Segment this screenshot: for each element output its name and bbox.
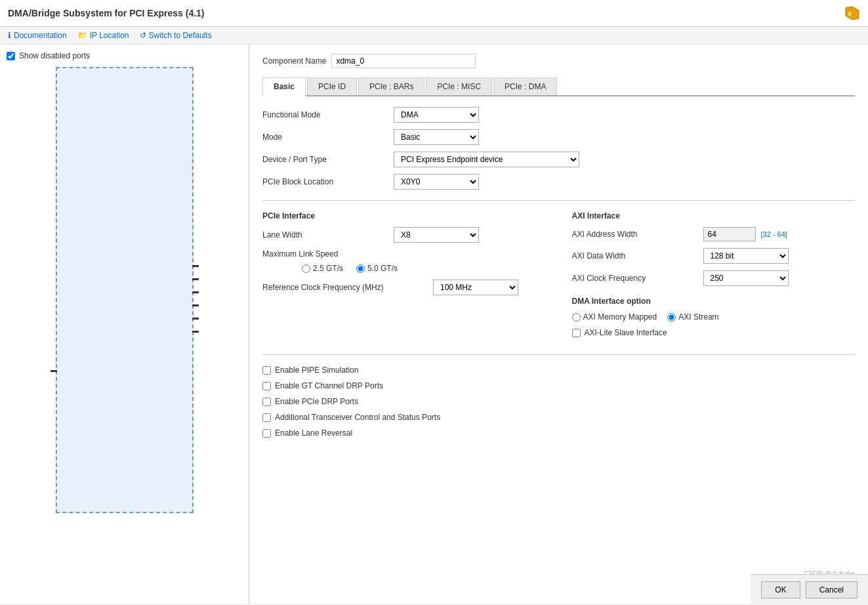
sim-ports-section: Enable PIPE Simulation Enable GT Channel… [262, 365, 855, 438]
axi-stream-radio[interactable] [667, 313, 676, 322]
additional-transceiver-row: Additional Transceiver Control and Statu… [262, 413, 855, 422]
divider-1 [262, 200, 855, 201]
enable-pipe-sim-checkbox[interactable] [262, 366, 271, 375]
axi-data-width-row: AXI Data Width 64 bit 128 bit 256 bit [572, 248, 856, 264]
pcie-block-location-label: PCIe Block Location [262, 177, 394, 186]
speed-25-option[interactable]: 2.5 GT/s [302, 264, 343, 273]
divider-2 [262, 354, 855, 355]
speed-50-label: 5.0 GT/s [367, 264, 398, 273]
enable-pcie-drp-checkbox[interactable] [262, 398, 271, 406]
additional-transceiver-checkbox[interactable] [262, 413, 271, 422]
switch-defaults-link[interactable]: ↺ Switch to Defaults [140, 31, 212, 40]
toolbar: ℹ Documentation 📁 IP Location ↺ Switch t… [0, 27, 868, 45]
tab-basic[interactable]: Basic [262, 77, 306, 96]
svg-text:X: X [848, 10, 852, 17]
tab-pcie-id[interactable]: PCIe ID [307, 77, 357, 95]
switch-defaults-label: Switch to Defaults [149, 31, 212, 40]
enable-lane-reversal-checkbox[interactable] [262, 429, 271, 438]
pcie-block-location-select[interactable]: X0Y0 X0Y1 X0Y2 [394, 174, 479, 190]
functional-mode-select[interactable]: DMA AXI Bridge [394, 107, 479, 123]
axi-mem-mapped-radio[interactable] [572, 313, 581, 322]
title-bar: DMA/Bridge Subsystem for PCI Express (4.… [0, 0, 868, 27]
documentation-link[interactable]: ℹ Documentation [8, 31, 67, 40]
enable-gt-channel-label: Enable GT Channel DRP Ports [275, 381, 383, 390]
axi-lite-row: AXI-Lite Slave Interface [572, 328, 856, 337]
axi-data-width-select[interactable]: 64 bit 128 bit 256 bit [703, 248, 789, 264]
enable-pipe-sim-row: Enable PIPE Simulation [262, 365, 855, 375]
axi-stream-option[interactable]: AXI Stream [667, 312, 718, 322]
port-indicator-1 [192, 265, 199, 267]
right-panel: Component Name Basic PCIe ID PCIe : BARs… [249, 45, 868, 604]
port-indicator-3 [192, 291, 199, 293]
functional-mode-row: Functional Mode DMA AXI Bridge [262, 107, 855, 123]
tab-pcie-misc[interactable]: PCIe : MISC [426, 77, 492, 95]
ip-location-label: IP Location [90, 31, 129, 40]
enable-gt-channel-checkbox[interactable] [262, 382, 271, 390]
lane-width-label: Lane Width [262, 230, 394, 240]
mode-row: Mode Basic Advanced [262, 129, 855, 145]
max-link-speed-label: Maximum Link Speed [262, 249, 394, 259]
basic-form-section: Functional Mode DMA AXI Bridge Mode Basi… [262, 107, 855, 190]
doc-icon: ℹ [8, 31, 11, 40]
documentation-label: Documentation [14, 31, 67, 40]
location-icon: 📁 [77, 31, 87, 40]
enable-pcie-drp-row: Enable PCIe DRP Ports [262, 397, 855, 406]
axi-address-width-input[interactable] [703, 227, 756, 241]
axi-lite-label: AXI-Lite Slave Interface [585, 328, 667, 337]
show-disabled-checkbox[interactable] [7, 52, 15, 60]
mode-select[interactable]: Basic Advanced [394, 129, 479, 145]
pcie-interface-title: PCIe Interface [262, 211, 546, 220]
axi-data-width-label: AXI Data Width [572, 251, 703, 261]
additional-transceiver-label: Additional Transceiver Control and Statu… [275, 413, 440, 422]
port-indicator-6 [192, 331, 199, 333]
dma-interface-title: DMA Interface option [572, 297, 856, 306]
two-col-section: PCIe Interface Lane Width X1 X2 X4 X8 X1… [262, 211, 855, 344]
ref-clock-row: Reference Clock Frequency (MHz) 100 MHz … [262, 280, 546, 295]
xilinx-logo: X [844, 5, 860, 21]
axi-lite-checkbox[interactable] [572, 329, 581, 337]
enable-pcie-drp-label: Enable PCIe DRP Ports [275, 397, 358, 406]
axi-clock-freq-select[interactable]: 62 125 250 [703, 270, 789, 286]
device-port-type-label: Device / Port Type [262, 155, 394, 164]
port-indicator-4 [192, 304, 199, 306]
enable-lane-reversal-row: Enable Lane Reversal [262, 428, 855, 438]
axi-interface-title: AXI Interface [572, 211, 856, 220]
dma-interface-radio-group: AXI Memory Mapped AXI Stream [572, 312, 856, 322]
show-disabled-label: Show disabled ports [19, 51, 90, 60]
device-port-type-row: Device / Port Type PCI Express Endpoint … [262, 152, 855, 167]
port-indicator-5 [192, 318, 199, 320]
port-indicator-7 [51, 370, 57, 372]
cancel-button[interactable]: Cancel [806, 581, 858, 598]
ok-button[interactable]: OK [761, 581, 800, 598]
speed-50-radio[interactable] [356, 264, 365, 273]
pcie-interface-col: PCIe Interface Lane Width X1 X2 X4 X8 X1… [262, 211, 546, 344]
tab-pcie-dma[interactable]: PCIe : DMA [493, 77, 557, 95]
component-name-input[interactable] [331, 54, 476, 68]
device-port-type-select[interactable]: PCI Express Endpoint device PCI Express … [394, 152, 579, 167]
ref-clock-select[interactable]: 100 MHz 250 MHz [433, 280, 518, 295]
tab-pcie-bars[interactable]: PCIe : BARs [358, 77, 424, 95]
axi-clock-freq-label: AXI Clock Frequency [572, 274, 703, 283]
speed-25-label: 2.5 GT/s [313, 264, 343, 273]
port-indicator-2 [192, 278, 199, 280]
mode-label: Mode [262, 133, 394, 142]
axi-mem-mapped-option[interactable]: AXI Memory Mapped [572, 312, 657, 322]
pcie-block-location-row: PCIe Block Location X0Y0 X0Y1 X0Y2 [262, 174, 855, 190]
enable-pipe-sim-label: Enable PIPE Simulation [275, 365, 358, 375]
component-name-label: Component Name [262, 56, 326, 66]
port-diagram [56, 67, 194, 513]
app-title: DMA/Bridge Subsystem for PCI Express (4.… [8, 8, 205, 18]
show-disabled-row: Show disabled ports [7, 51, 242, 60]
ip-location-link[interactable]: 📁 IP Location [77, 31, 129, 40]
component-name-row: Component Name [262, 54, 855, 68]
speed-25-radio[interactable] [302, 264, 310, 273]
lane-width-select[interactable]: X1 X2 X4 X8 X16 [394, 227, 479, 243]
enable-gt-channel-row: Enable GT Channel DRP Ports [262, 381, 855, 390]
axi-address-width-range: [32 - 64] [761, 230, 787, 238]
tabs-container: Basic PCIe ID PCIe : BARs PCIe : MISC PC… [262, 77, 855, 96]
functional-mode-label: Functional Mode [262, 110, 394, 119]
axi-address-width-row: AXI Address Width [32 - 64] [572, 227, 856, 241]
refresh-icon: ↺ [140, 31, 146, 40]
speed-50-option[interactable]: 5.0 GT/s [356, 264, 398, 273]
axi-mem-mapped-label: AXI Memory Mapped [583, 312, 657, 322]
